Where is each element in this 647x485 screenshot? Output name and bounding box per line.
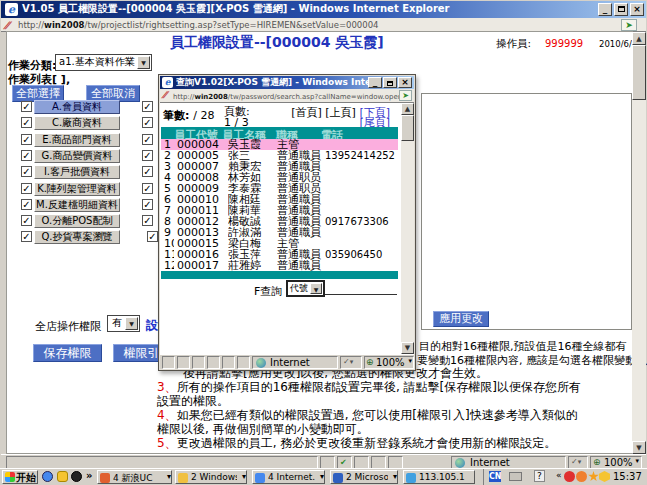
table-cell: 1 bbox=[164, 139, 174, 150]
popup-address-bar[interactable]: ⁄⁄ http://win2008/tw/password/search.asp… bbox=[160, 89, 414, 103]
go-icon[interactable]: ➤ bbox=[621, 19, 637, 31]
category-checkbox-left[interactable]: ✓ bbox=[21, 134, 32, 145]
zoom-cell[interactable]: ⊕ 100% ▾ bbox=[364, 356, 414, 369]
scroll-down-icon[interactable]: ▼ bbox=[632, 441, 646, 454]
quicklaunch-icon-2[interactable] bbox=[57, 471, 68, 482]
tray-qq-icon-2[interactable] bbox=[576, 471, 587, 482]
sidebar-item[interactable]: C.廠商資料 bbox=[34, 116, 120, 130]
close-button[interactable]: × bbox=[630, 3, 644, 16]
sidebar-item[interactable]: Q.抄貨專案瀏覽 bbox=[34, 230, 120, 244]
main-scrollbar[interactable]: ▲ ▼ bbox=[632, 32, 646, 454]
apply-changes-button[interactable]: 應用更改 bbox=[433, 311, 489, 327]
category-checkbox-right[interactable]: ✓ bbox=[142, 101, 153, 112]
table-row[interactable]: 6000010陳相廷普通職員 bbox=[161, 194, 398, 205]
chevron-down-icon[interactable]: ▼ bbox=[137, 56, 150, 69]
category-checkbox-left[interactable]: ✓ bbox=[21, 215, 32, 226]
chevron-down-icon[interactable]: ▾ bbox=[320, 472, 324, 481]
table-row[interactable]: 5000009李泰霖普通职员 bbox=[161, 183, 398, 194]
category-checkbox-right[interactable]: ✓ bbox=[142, 134, 153, 145]
chevron-right-icon[interactable]: » bbox=[86, 470, 92, 481]
printer-icon[interactable] bbox=[509, 472, 522, 481]
chevron-down-icon[interactable]: ▾ bbox=[393, 472, 397, 481]
ie-icon bbox=[255, 473, 265, 483]
popup-scrollbar[interactable]: ▲ ▼ bbox=[401, 103, 414, 354]
table-row[interactable]: 9000013許淑滿普通職員 bbox=[161, 227, 398, 238]
tray-star-icon[interactable] bbox=[588, 471, 599, 482]
chevron-down-icon[interactable]: ▼ bbox=[125, 317, 138, 330]
category-checkbox-right[interactable]: ✓ bbox=[142, 166, 153, 177]
minimize-button[interactable]: _ bbox=[598, 3, 612, 16]
category-checkbox-right[interactable]: ✓ bbox=[142, 183, 153, 194]
table-row[interactable]: 3000007賴秉宏普通職員 bbox=[161, 161, 398, 172]
category-checkbox-left[interactable]: ✓ bbox=[21, 183, 32, 194]
category-checkbox-left[interactable]: ✓ bbox=[21, 166, 32, 177]
main-window-titlebar[interactable]: e V1.05 員工權限設置--[000004 吳玉霞][X-POS 雪通網] … bbox=[1, 1, 646, 18]
scrollbar-thumb[interactable] bbox=[401, 115, 414, 141]
scroll-up-icon[interactable]: ▲ bbox=[401, 103, 414, 115]
quicklaunch-icon-3[interactable] bbox=[71, 471, 82, 482]
category-checkbox-left[interactable]: ✓ bbox=[21, 117, 32, 128]
table-row[interactable]: 4000008林芳如普通职员 bbox=[161, 172, 398, 183]
page-title: 員工權限設置--[000004 吳玉霞] bbox=[170, 34, 384, 52]
go-icon[interactable]: ➤ bbox=[399, 90, 412, 101]
save-permission-button[interactable]: 保存權限 bbox=[33, 344, 102, 362]
chevron-down-icon[interactable]: ▾ bbox=[242, 472, 246, 481]
main-address-bar[interactable]: ⁄⁄ http://win2008/tw/projectlist/rightse… bbox=[1, 18, 646, 32]
chevron-down-icon[interactable]: ▾ bbox=[167, 472, 171, 481]
search-type-dropdown[interactable]: 代號▼ bbox=[286, 280, 325, 297]
chevron-left-icon[interactable]: « bbox=[556, 470, 562, 480]
category-checkbox-right[interactable]: ✓ bbox=[142, 117, 153, 128]
taskbar-button[interactable]: 113.105.131... bbox=[403, 470, 475, 484]
table-row[interactable]: 2000005张三普通職員13952414252 bbox=[161, 150, 398, 161]
scroll-down-icon[interactable]: ▼ bbox=[401, 342, 414, 354]
sidebar-item[interactable]: I.客戶批價資料 bbox=[34, 165, 120, 179]
category-checkbox-left[interactable]: ✓ bbox=[21, 231, 32, 242]
category-dropdown[interactable]: a1.基本資料作業▼ bbox=[55, 54, 152, 71]
instruction-line: 設置的權限。 bbox=[157, 395, 229, 408]
table-row[interactable]: 10000015梁白梅主管 bbox=[161, 238, 398, 249]
scrollbar-thumb[interactable] bbox=[632, 45, 646, 100]
table-row[interactable]: 12000017莊雅婷普通職員 bbox=[161, 260, 398, 271]
store-perm-dropdown[interactable]: 有▼ bbox=[107, 315, 140, 332]
chevron-down-icon[interactable]: ▼ bbox=[310, 283, 322, 294]
sidebar-item[interactable]: K.陣列架管理資料 bbox=[34, 182, 120, 196]
search-input[interactable] bbox=[325, 281, 397, 295]
chevron-down-icon[interactable]: ▾ bbox=[408, 357, 412, 365]
sidebar-item[interactable]: A.會員資料 bbox=[34, 100, 120, 114]
taskbar-button[interactable]: 4 Internet...▾ bbox=[252, 470, 325, 484]
shield-icon[interactable] bbox=[599, 471, 610, 482]
category-checkbox-right[interactable]: ✓ bbox=[142, 150, 153, 161]
category-checkbox-right[interactable]: ✓ bbox=[147, 231, 158, 242]
category-checkbox-right[interactable]: ✓ bbox=[142, 199, 153, 210]
quicklaunch-icon-1[interactable] bbox=[42, 471, 53, 482]
scroll-up-icon[interactable]: ▲ bbox=[632, 32, 646, 45]
taskbar-button[interactable]: 4 新浪UC▾ bbox=[97, 470, 172, 484]
table-row[interactable]: 8000012楊敬誠普通職員0917673306 bbox=[161, 216, 398, 227]
sidebar-item[interactable]: O.分離POS配制 bbox=[34, 214, 120, 228]
popup-close-button[interactable]: × bbox=[398, 77, 412, 88]
tray-qq-icon-1[interactable] bbox=[564, 471, 575, 482]
taskbar-button[interactable]: 2 Microsof...▾ bbox=[330, 470, 398, 484]
table-row[interactable]: 11000016張玉萍普通職員035906450 bbox=[161, 249, 398, 260]
table-row[interactable]: 7000011陳莉華普通職員 bbox=[161, 205, 398, 216]
popup-restore-button[interactable] bbox=[383, 77, 397, 88]
nav-prev[interactable]: [上頁] bbox=[325, 106, 356, 119]
nav-first[interactable]: [首頁] bbox=[291, 106, 322, 119]
taskbar-button[interactable]: 2 Windows ...▾ bbox=[175, 470, 247, 484]
chevron-down-icon[interactable]: ▾ bbox=[635, 457, 639, 465]
category-checkbox-left[interactable]: ✓ bbox=[21, 101, 32, 112]
category-checkbox-right[interactable]: ✓ bbox=[142, 215, 153, 226]
popup-minimize-button[interactable]: _ bbox=[368, 77, 382, 88]
hidden-button-fragment[interactable]: 設 bbox=[146, 317, 158, 334]
table-row[interactable]: 1000004吳玉霞主管 bbox=[161, 139, 398, 150]
sidebar-item[interactable]: E.商品部門資料 bbox=[34, 133, 120, 147]
sidebar-item[interactable]: M.反建檔明細資料 bbox=[34, 198, 120, 212]
language-indicator[interactable]: CN bbox=[489, 471, 501, 482]
start-button[interactable]: 开始 bbox=[2, 470, 38, 484]
sidebar-item[interactable]: G.商品變價資料 bbox=[34, 149, 120, 163]
popup-titlebar[interactable]: e 查詢V1.02[X-POS 雪通網] - Windows Internet … bbox=[160, 76, 414, 89]
category-checkbox-left[interactable]: ✓ bbox=[21, 199, 32, 210]
category-checkbox-left[interactable]: ✓ bbox=[21, 150, 32, 161]
maximize-button[interactable] bbox=[614, 3, 628, 16]
help-icon[interactable]: ? bbox=[534, 470, 545, 482]
